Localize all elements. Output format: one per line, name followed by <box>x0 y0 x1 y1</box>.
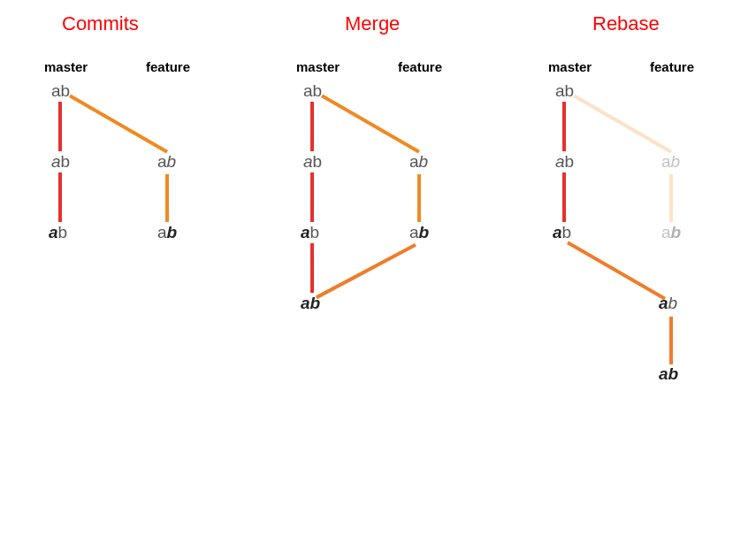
edge-rebase-fork <box>567 241 666 301</box>
commit-f2: ab <box>409 223 429 242</box>
commit-f1: ab <box>409 152 428 172</box>
title-rebase: Rebase <box>592 12 660 35</box>
edge-master-1 <box>562 102 566 151</box>
commit-m2: ab <box>301 223 319 242</box>
commit-f1: ab <box>157 152 176 172</box>
edge-master-2 <box>562 172 566 222</box>
branch-label-master: master <box>44 59 88 74</box>
branch-label-feature: feature <box>146 59 190 74</box>
branch-label-master: master <box>548 59 592 74</box>
commit-base: ab <box>51 81 70 101</box>
branch-label-feature: feature <box>650 59 694 74</box>
branch-label-master: master <box>296 59 340 74</box>
commit-base: ab <box>303 81 322 101</box>
commit-f2: ab <box>157 223 177 242</box>
edge-rebase-1 <box>669 317 673 364</box>
commit-m1: ab <box>303 152 322 172</box>
edge-branch-fork-old <box>573 95 672 154</box>
title-commits: Commits <box>62 12 139 35</box>
commit-m1: ab <box>51 152 70 172</box>
commit-merge: ab <box>301 294 320 313</box>
commit-f1-old: ab <box>661 152 680 172</box>
edge-master-1 <box>58 102 62 151</box>
edge-feature-1-old <box>669 174 673 222</box>
edge-master-3 <box>310 243 314 293</box>
commit-f2-old: ab <box>661 223 681 242</box>
edge-master-1 <box>310 102 314 151</box>
edge-branch-fork <box>321 95 420 154</box>
commit-m2: ab <box>49 223 67 242</box>
edge-feature-1 <box>417 174 421 222</box>
commit-base: ab <box>555 81 574 101</box>
commit-m2: ab <box>553 223 571 242</box>
edge-master-2 <box>58 172 62 222</box>
edge-feature-1 <box>165 174 169 222</box>
title-merge: Merge <box>345 12 400 35</box>
edge-master-2 <box>310 172 314 222</box>
commit-rebase-1: ab <box>659 294 677 313</box>
branch-label-feature: feature <box>398 59 442 74</box>
edge-branch-fork <box>69 95 168 154</box>
commit-rebase-2: ab <box>659 364 678 384</box>
commit-m1: ab <box>555 152 574 172</box>
edge-merge-join <box>316 243 416 299</box>
